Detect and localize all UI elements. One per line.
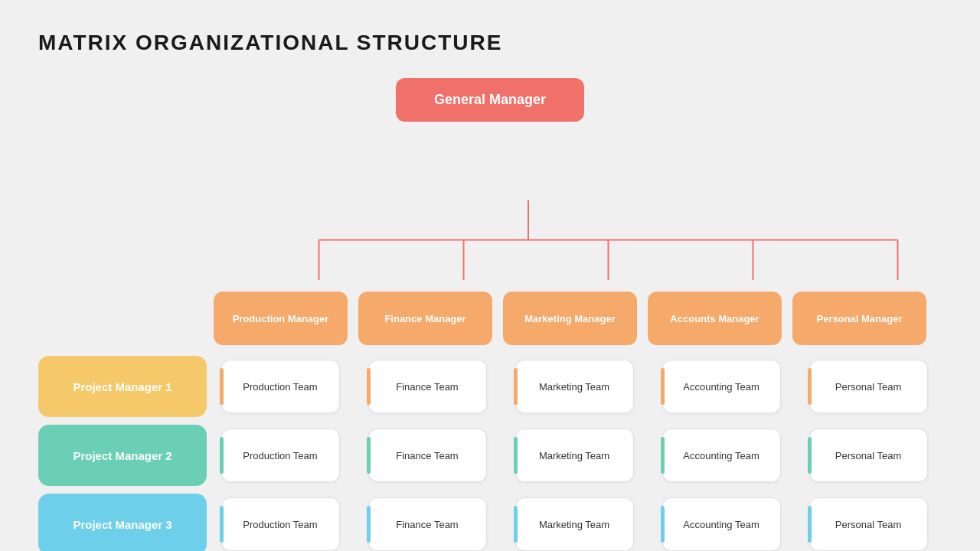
manager-box-finance: Finance Manager	[358, 292, 492, 345]
manager-box-production: Production Manager	[214, 292, 348, 345]
team-cell: Accounting Team	[648, 497, 795, 551]
team-box: Accounting Team	[662, 360, 781, 413]
team-cell: Finance Team	[354, 360, 501, 413]
manager-box-personal: Personal Manager	[792, 292, 926, 345]
team-cell: Marketing Team	[501, 360, 648, 413]
team-cell: Marketing Team	[501, 497, 648, 551]
manager-box-accounts: Accounts Manager	[648, 292, 782, 345]
team-box: Accounting Team	[662, 429, 781, 482]
matrix-row-3: Project Manager 3 Production Team Financ…	[38, 494, 942, 551]
team-box: Production Team	[221, 429, 340, 482]
matrix-row-2: Project Manager 2 Production Team Financ…	[38, 425, 942, 486]
team-cell: Finance Team	[354, 497, 501, 551]
project-manager-3: Project Manager 3	[38, 494, 207, 551]
team-cell: Personal Team	[795, 360, 942, 413]
team-box: Marketing Team	[515, 429, 634, 482]
project-manager-1: Project Manager 1	[38, 356, 207, 417]
team-cell: Production Team	[207, 497, 354, 551]
project-manager-2: Project Manager 2	[38, 425, 207, 486]
team-box: Finance Team	[368, 497, 487, 551]
general-manager-box: General Manager	[396, 78, 584, 122]
team-cell: Accounting Team	[648, 360, 795, 413]
matrix-row-1: Project Manager 1 Production Team Financ…	[38, 356, 942, 417]
team-cells-row1: Production Team Finance Team Marketing T…	[207, 360, 942, 413]
team-cell: Accounting Team	[648, 429, 795, 482]
team-box: Finance Team	[368, 429, 487, 482]
team-box: Production Team	[221, 497, 340, 551]
team-box: Marketing Team	[515, 497, 634, 551]
team-cell: Personal Team	[795, 429, 942, 482]
team-box: Personal Team	[809, 497, 928, 551]
team-box: Personal Team	[809, 429, 928, 482]
team-box: Finance Team	[368, 360, 487, 413]
team-box: Personal Team	[809, 360, 928, 413]
team-cell: Personal Team	[795, 497, 942, 551]
team-box: Production Team	[221, 360, 340, 413]
team-box: Marketing Team	[515, 360, 634, 413]
team-cell: Production Team	[207, 429, 354, 482]
team-cell: Production Team	[207, 360, 354, 413]
page-title: MATRIX ORGANIZATIONAL STRUCTURE	[38, 31, 942, 55]
team-cell: Marketing Team	[501, 429, 648, 482]
manager-box-marketing: Marketing Manager	[503, 292, 637, 345]
team-cell: Finance Team	[354, 429, 501, 482]
team-box: Accounting Team	[662, 497, 781, 551]
matrix-grid: Project Manager 1 Production Team Financ…	[38, 356, 942, 551]
team-cells-row3: Production Team Finance Team Marketing T…	[207, 497, 942, 551]
slide: MATRIX ORGANIZATIONAL STRUCTURE General …	[0, 0, 980, 551]
team-cells-row2: Production Team Finance Team Marketing T…	[207, 429, 942, 482]
